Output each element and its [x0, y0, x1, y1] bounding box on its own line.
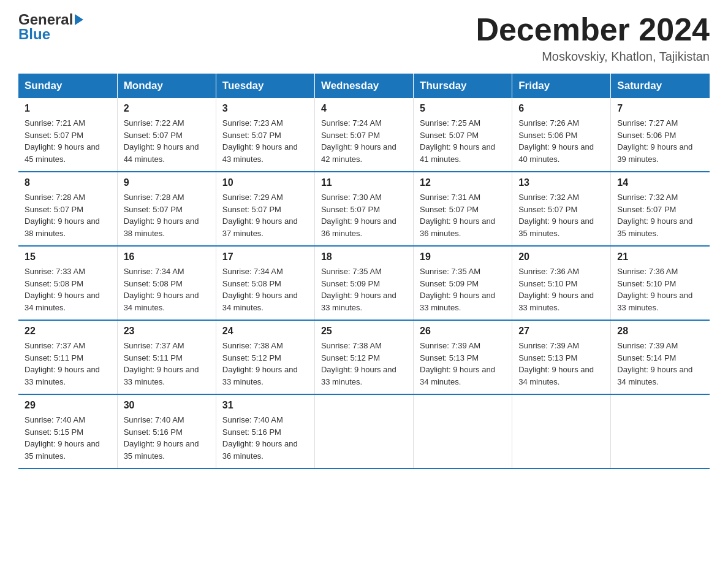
location-title: Moskovskiy, Khatlon, Tajikistan — [476, 50, 710, 64]
day-info: Sunrise: 7:30 AMSunset: 5:07 PMDaylight:… — [321, 191, 407, 239]
day-number: 15 — [25, 251, 111, 262]
day-info: Sunrise: 7:23 AMSunset: 5:07 PMDaylight:… — [222, 117, 308, 165]
day-info: Sunrise: 7:29 AMSunset: 5:07 PMDaylight:… — [222, 191, 308, 239]
logo-line1: General — [18, 12, 83, 27]
day-number: 8 — [25, 177, 111, 188]
calendar-cell — [414, 394, 512, 469]
calendar-cell: 11Sunrise: 7:30 AMSunset: 5:07 PMDayligh… — [314, 172, 413, 246]
day-info: Sunrise: 7:35 AMSunset: 5:09 PMDaylight:… — [420, 266, 506, 313]
day-info: Sunrise: 7:24 AMSunset: 5:07 PMDaylight:… — [321, 117, 407, 165]
calendar-cell: 14Sunrise: 7:32 AMSunset: 5:07 PMDayligh… — [611, 172, 710, 246]
day-number: 21 — [617, 251, 703, 262]
calendar-cell: 26Sunrise: 7:39 AMSunset: 5:13 PMDayligh… — [414, 320, 512, 394]
header-wednesday: Wednesday — [314, 74, 413, 98]
day-number: 29 — [25, 400, 111, 411]
day-number: 24 — [222, 326, 308, 337]
title-block: December 2024 Moskovskiy, Khatlon, Tajik… — [476, 12, 710, 64]
day-info: Sunrise: 7:40 AMSunset: 5:16 PMDaylight:… — [124, 414, 210, 462]
calendar-cell: 7Sunrise: 7:27 AMSunset: 5:06 PMDaylight… — [611, 98, 710, 172]
calendar-cell: 22Sunrise: 7:37 AMSunset: 5:11 PMDayligh… — [18, 320, 117, 394]
day-info: Sunrise: 7:34 AMSunset: 5:08 PMDaylight:… — [222, 266, 308, 313]
day-number: 30 — [124, 400, 210, 411]
day-info: Sunrise: 7:26 AMSunset: 5:06 PMDaylight:… — [518, 117, 604, 165]
week-row-4: 22Sunrise: 7:37 AMSunset: 5:11 PMDayligh… — [18, 320, 710, 394]
day-info: Sunrise: 7:32 AMSunset: 5:07 PMDaylight:… — [518, 191, 604, 239]
day-info: Sunrise: 7:27 AMSunset: 5:06 PMDaylight:… — [617, 117, 703, 165]
calendar-cell: 8Sunrise: 7:28 AMSunset: 5:07 PMDaylight… — [18, 172, 117, 246]
header-row: SundayMondayTuesdayWednesdayThursdayFrid… — [18, 74, 710, 98]
day-number: 27 — [518, 326, 604, 337]
day-info: Sunrise: 7:38 AMSunset: 5:12 PMDaylight:… — [321, 340, 407, 388]
day-number: 13 — [518, 177, 604, 188]
day-number: 1 — [25, 103, 111, 114]
calendar-cell: 15Sunrise: 7:33 AMSunset: 5:08 PMDayligh… — [18, 246, 117, 320]
day-number: 6 — [518, 103, 604, 114]
calendar-cell — [314, 394, 413, 469]
calendar-cell: 20Sunrise: 7:36 AMSunset: 5:10 PMDayligh… — [512, 246, 611, 320]
day-number: 11 — [321, 177, 407, 188]
calendar-body: 1Sunrise: 7:21 AMSunset: 5:07 PMDaylight… — [18, 98, 710, 469]
week-row-5: 29Sunrise: 7:40 AMSunset: 5:15 PMDayligh… — [18, 394, 710, 469]
calendar-cell: 1Sunrise: 7:21 AMSunset: 5:07 PMDaylight… — [18, 98, 117, 172]
day-info: Sunrise: 7:38 AMSunset: 5:12 PMDaylight:… — [222, 340, 308, 388]
calendar-cell: 27Sunrise: 7:39 AMSunset: 5:13 PMDayligh… — [512, 320, 611, 394]
day-info: Sunrise: 7:39 AMSunset: 5:14 PMDaylight:… — [617, 340, 703, 388]
header-monday: Monday — [117, 74, 216, 98]
calendar-cell: 25Sunrise: 7:38 AMSunset: 5:12 PMDayligh… — [314, 320, 413, 394]
day-info: Sunrise: 7:33 AMSunset: 5:08 PMDaylight:… — [25, 266, 111, 313]
calendar-cell: 5Sunrise: 7:25 AMSunset: 5:07 PMDaylight… — [414, 98, 512, 172]
day-info: Sunrise: 7:39 AMSunset: 5:13 PMDaylight:… — [518, 340, 604, 388]
day-info: Sunrise: 7:25 AMSunset: 5:07 PMDaylight:… — [420, 117, 506, 165]
calendar-cell: 19Sunrise: 7:35 AMSunset: 5:09 PMDayligh… — [414, 246, 512, 320]
day-info: Sunrise: 7:39 AMSunset: 5:13 PMDaylight:… — [420, 340, 506, 388]
day-number: 19 — [420, 251, 506, 262]
header-friday: Friday — [512, 74, 611, 98]
month-title: December 2024 — [476, 12, 710, 47]
header-sunday: Sunday — [18, 74, 117, 98]
day-info: Sunrise: 7:34 AMSunset: 5:08 PMDaylight:… — [124, 266, 210, 313]
header-thursday: Thursday — [414, 74, 512, 98]
calendar-cell — [512, 394, 611, 469]
day-number: 14 — [617, 177, 703, 188]
calendar-cell: 4Sunrise: 7:24 AMSunset: 5:07 PMDaylight… — [314, 98, 413, 172]
calendar-cell: 13Sunrise: 7:32 AMSunset: 5:07 PMDayligh… — [512, 172, 611, 246]
day-info: Sunrise: 7:22 AMSunset: 5:07 PMDaylight:… — [124, 117, 210, 165]
logo-general-text: General — [18, 12, 73, 27]
week-row-1: 1Sunrise: 7:21 AMSunset: 5:07 PMDaylight… — [18, 98, 710, 172]
day-info: Sunrise: 7:40 AMSunset: 5:15 PMDaylight:… — [25, 414, 111, 462]
day-number: 25 — [321, 326, 407, 337]
day-number: 20 — [518, 251, 604, 262]
header-tuesday: Tuesday — [216, 74, 314, 98]
calendar-cell: 6Sunrise: 7:26 AMSunset: 5:06 PMDaylight… — [512, 98, 611, 172]
day-number: 2 — [124, 103, 210, 114]
day-number: 7 — [617, 103, 703, 114]
day-number: 31 — [222, 400, 308, 411]
calendar-cell: 3Sunrise: 7:23 AMSunset: 5:07 PMDaylight… — [216, 98, 314, 172]
day-info: Sunrise: 7:37 AMSunset: 5:11 PMDaylight:… — [124, 340, 210, 388]
day-number: 5 — [420, 103, 506, 114]
day-info: Sunrise: 7:36 AMSunset: 5:10 PMDaylight:… — [617, 266, 703, 313]
calendar-cell: 17Sunrise: 7:34 AMSunset: 5:08 PMDayligh… — [216, 246, 314, 320]
day-info: Sunrise: 7:35 AMSunset: 5:09 PMDaylight:… — [321, 266, 407, 313]
logo-blue-text: Blue — [18, 27, 83, 42]
calendar-cell: 24Sunrise: 7:38 AMSunset: 5:12 PMDayligh… — [216, 320, 314, 394]
day-number: 9 — [124, 177, 210, 188]
day-info: Sunrise: 7:40 AMSunset: 5:16 PMDaylight:… — [222, 414, 308, 462]
day-info: Sunrise: 7:31 AMSunset: 5:07 PMDaylight:… — [420, 191, 506, 239]
calendar-cell: 21Sunrise: 7:36 AMSunset: 5:10 PMDayligh… — [611, 246, 710, 320]
calendar-cell: 2Sunrise: 7:22 AMSunset: 5:07 PMDaylight… — [117, 98, 216, 172]
day-number: 10 — [222, 177, 308, 188]
calendar-cell: 10Sunrise: 7:29 AMSunset: 5:07 PMDayligh… — [216, 172, 314, 246]
day-info: Sunrise: 7:36 AMSunset: 5:10 PMDaylight:… — [518, 266, 604, 313]
day-number: 16 — [124, 251, 210, 262]
day-info: Sunrise: 7:32 AMSunset: 5:07 PMDaylight:… — [617, 191, 703, 239]
calendar-cell: 12Sunrise: 7:31 AMSunset: 5:07 PMDayligh… — [414, 172, 512, 246]
day-number: 22 — [25, 326, 111, 337]
day-number: 4 — [321, 103, 407, 114]
calendar-cell: 31Sunrise: 7:40 AMSunset: 5:16 PMDayligh… — [216, 394, 314, 469]
day-number: 12 — [420, 177, 506, 188]
calendar-cell: 18Sunrise: 7:35 AMSunset: 5:09 PMDayligh… — [314, 246, 413, 320]
day-number: 18 — [321, 251, 407, 262]
calendar-cell: 29Sunrise: 7:40 AMSunset: 5:15 PMDayligh… — [18, 394, 117, 469]
day-info: Sunrise: 7:21 AMSunset: 5:07 PMDaylight:… — [25, 117, 111, 165]
